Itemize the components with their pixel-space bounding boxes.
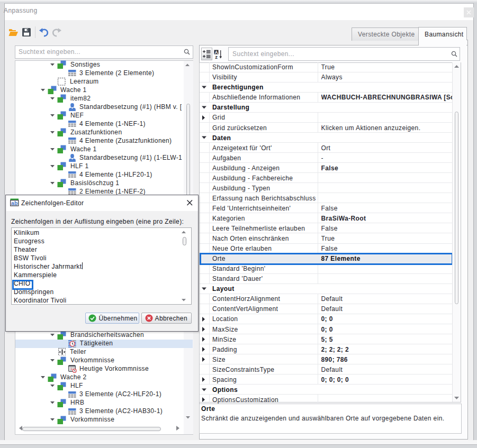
svg-text:ab: ab (11, 200, 17, 206)
svg-text:z: z (215, 53, 218, 58)
